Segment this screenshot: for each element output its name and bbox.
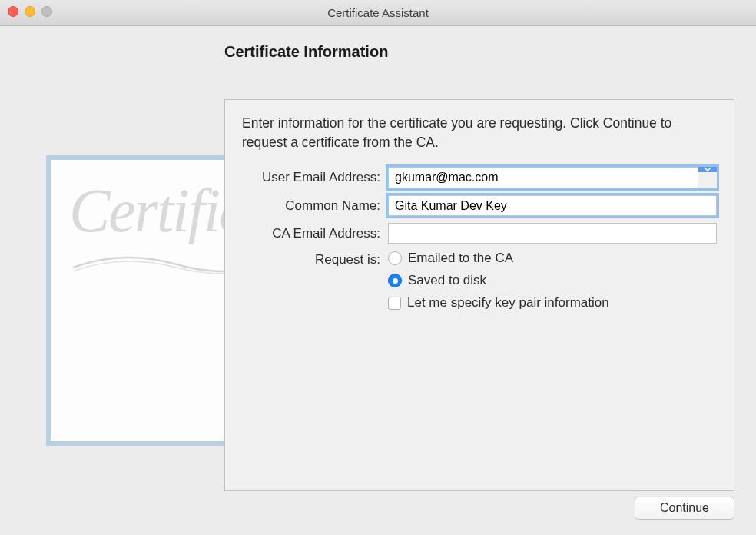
window-titlebar: Certificate Assistant bbox=[0, 0, 756, 26]
common-name-label: Common Name: bbox=[242, 198, 388, 214]
ca-email-input[interactable] bbox=[388, 223, 717, 244]
radio-icon bbox=[388, 274, 402, 287]
minimize-window-button[interactable] bbox=[25, 6, 35, 17]
close-window-button[interactable] bbox=[8, 6, 18, 17]
radio-emailed-to-ca[interactable]: Emailed to the CA bbox=[388, 251, 717, 266]
form-panel: Enter information for the certificate yo… bbox=[224, 99, 734, 491]
checkbox-icon bbox=[388, 297, 401, 310]
traffic-lights bbox=[8, 6, 52, 17]
chevron-down-icon[interactable] bbox=[698, 167, 717, 172]
user-email-combobox[interactable] bbox=[388, 167, 717, 188]
ca-email-label: CA Email Address: bbox=[242, 226, 388, 241]
instructions-text: Enter information for the certificate yo… bbox=[242, 114, 717, 151]
zoom-window-button bbox=[41, 6, 52, 17]
user-email-label: User Email Address: bbox=[242, 170, 388, 185]
checkbox-specify-keypair[interactable]: Let me specify key pair information bbox=[388, 295, 717, 311]
window-title: Certificate Assistant bbox=[327, 6, 429, 19]
radio-icon bbox=[388, 251, 402, 265]
radio-saved-to-disk[interactable]: Saved to disk bbox=[388, 273, 717, 288]
user-email-input[interactable] bbox=[388, 167, 698, 188]
radio-emailed-label: Emailed to the CA bbox=[408, 251, 513, 266]
checkbox-keypair-label: Let me specify key pair information bbox=[407, 295, 609, 311]
radio-saved-label: Saved to disk bbox=[408, 273, 486, 288]
common-name-input[interactable] bbox=[388, 195, 717, 216]
request-is-label: Request is: bbox=[242, 251, 388, 268]
page-heading: Certificate Information bbox=[224, 43, 734, 61]
continue-button[interactable]: Continue bbox=[635, 497, 734, 520]
